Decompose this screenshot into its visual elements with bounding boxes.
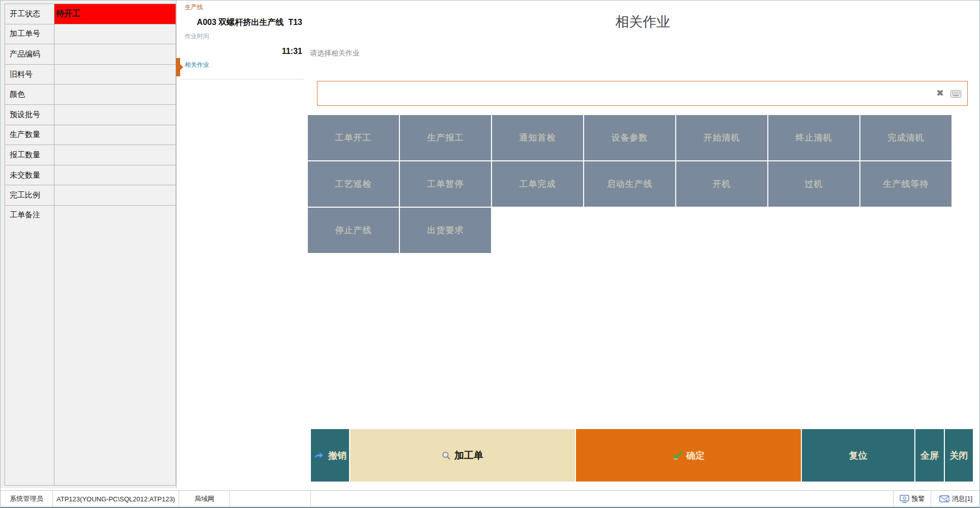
messages-label: 消息[1]: [952, 494, 972, 503]
action-grid-row: 停止产线 出货要求: [308, 208, 491, 253]
action-button[interactable]: 设备参数: [584, 115, 675, 160]
work-order-info-table: 开工状态 待开工 加工单号 产品编码 旧料号 颜色 预设批号: [5, 4, 176, 486]
work-order-label: 加工单: [454, 449, 483, 462]
field-value: [54, 44, 176, 64]
reset-label: 复位: [849, 449, 868, 462]
database-connection: ATP123(YOUNG-PC\SQL2012:ATP123): [53, 491, 179, 507]
field-label: 开工状态: [5, 4, 54, 24]
status-bar: 系统管理员 ATP123(YOUNG-PC\SQL2012:ATP123) 局域…: [1, 490, 980, 507]
field-label: 旧料号: [5, 65, 54, 84]
action-button[interactable]: 终止清机: [768, 115, 859, 160]
table-row: 报工数量: [5, 145, 176, 165]
action-grid-row: 工单开工 生产报工 通知首检 设备参数 开始清机 终止清机 完成清机: [308, 115, 952, 160]
confirm-button[interactable]: 确定: [576, 429, 801, 482]
field-value: [54, 206, 176, 485]
job-search-input[interactable]: [321, 83, 923, 104]
action-button[interactable]: 工单开工: [308, 115, 399, 160]
reset-button[interactable]: 复位: [802, 429, 914, 482]
production-line-panel: 生产线 A003 双螺杆挤出生产线 T13 作业时间 11:31 相关作业: [177, 1, 305, 488]
action-grid-row: 工艺巡检 工单暂停 工单完成 启动生产线 开机 过机 生产线等待: [308, 161, 952, 207]
production-line-label[interactable]: 生产线: [185, 3, 203, 12]
field-value: [54, 165, 176, 185]
network-status: 局域网: [179, 491, 230, 507]
field-label: 加工单号: [5, 24, 54, 44]
action-button[interactable]: 开机: [676, 161, 767, 207]
undo-arrow-icon: [313, 451, 325, 460]
action-button[interactable]: 开始清机: [676, 115, 767, 160]
work-order-button[interactable]: 加工单: [350, 429, 575, 482]
messages-status-item[interactable]: 消息[1]: [931, 491, 980, 507]
field-value: [54, 65, 176, 84]
table-row: 生产数量: [5, 125, 176, 146]
action-button[interactable]: 过机: [768, 161, 859, 207]
field-value: [54, 185, 176, 205]
start-status-value: 待开工: [54, 4, 176, 24]
selected-item-marker: [176, 58, 180, 76]
production-line-value: A003 双螺杆挤出生产线 T13: [197, 17, 302, 28]
table-row: 预设批号: [5, 105, 176, 125]
field-label: 颜色: [5, 84, 54, 104]
table-row: 旧料号: [5, 65, 176, 85]
undo-label: 撤销: [328, 449, 347, 462]
page-title: 相关作业: [305, 13, 980, 31]
action-button[interactable]: 启动生产线: [584, 161, 675, 207]
monitor-gear-icon: [900, 495, 909, 503]
status-empty-cell: [230, 491, 311, 507]
close-button[interactable]: 关闭: [945, 429, 973, 482]
table-row: 开工状态 待开工: [5, 4, 176, 24]
job-search-box: ✖: [317, 81, 968, 106]
current-user: 系统管理员: [1, 491, 53, 507]
table-row: 加工单号: [5, 24, 176, 45]
field-value: [54, 84, 176, 104]
fullscreen-button[interactable]: 全屏: [915, 429, 944, 482]
table-row: 工单备注: [5, 206, 176, 485]
field-label: 产品编码: [5, 44, 54, 64]
table-row: 产品编码: [5, 44, 176, 65]
field-value: [54, 24, 176, 44]
close-label: 关闭: [950, 449, 968, 462]
confirm-label: 确定: [686, 449, 705, 462]
work-order-info-sidebar: 开工状态 待开工 加工单号 产品编码 旧料号 颜色 预设批号: [1, 1, 177, 488]
table-row: 颜色: [5, 84, 176, 105]
selection-hint: 请选择相关作业: [310, 49, 360, 58]
action-button[interactable]: 停止产线: [308, 208, 399, 253]
action-button[interactable]: 工单完成: [492, 161, 583, 207]
field-value: [54, 105, 176, 125]
related-jobs-item[interactable]: 相关作业: [185, 61, 209, 69]
action-button[interactable]: 完成清机: [860, 115, 952, 160]
table-row: 未交数量: [5, 165, 176, 186]
alert-status-item[interactable]: 预警: [893, 491, 931, 507]
undo-button[interactable]: 撤销: [311, 429, 349, 482]
action-button[interactable]: 生产报工: [400, 115, 491, 160]
alert-label: 预警: [912, 494, 925, 503]
field-value: [54, 125, 176, 145]
panel-divider: [181, 79, 304, 79]
action-button[interactable]: 工艺巡检: [308, 161, 399, 207]
action-button[interactable]: 工单暂停: [400, 161, 491, 207]
field-label: 预设批号: [5, 105, 54, 125]
status-empty-cell: [311, 491, 893, 507]
app-window: 开工状态 待开工 加工单号 产品编码 旧料号 颜色 预设批号: [0, 0, 980, 508]
action-button[interactable]: 生产线等待: [860, 161, 952, 207]
fullscreen-label: 全屏: [920, 449, 939, 462]
keyboard-icon[interactable]: [950, 90, 961, 100]
job-time-value: 11:31: [282, 47, 302, 56]
action-button[interactable]: 出货要求: [400, 208, 491, 253]
field-label: 报工数量: [5, 145, 54, 165]
field-label: 工单备注: [5, 206, 54, 485]
field-label: 完工比例: [5, 185, 54, 205]
search-icon: [442, 451, 451, 460]
clear-icon[interactable]: ✖: [936, 88, 944, 99]
table-row: 完工比例: [5, 185, 176, 206]
job-time-label[interactable]: 作业时间: [185, 32, 209, 41]
action-button[interactable]: 通知首检: [492, 115, 583, 160]
field-label: 未交数量: [5, 165, 54, 185]
field-value: [54, 145, 176, 165]
envelope-icon: [939, 495, 949, 502]
field-label: 生产数量: [5, 125, 54, 145]
check-icon: [673, 451, 683, 460]
